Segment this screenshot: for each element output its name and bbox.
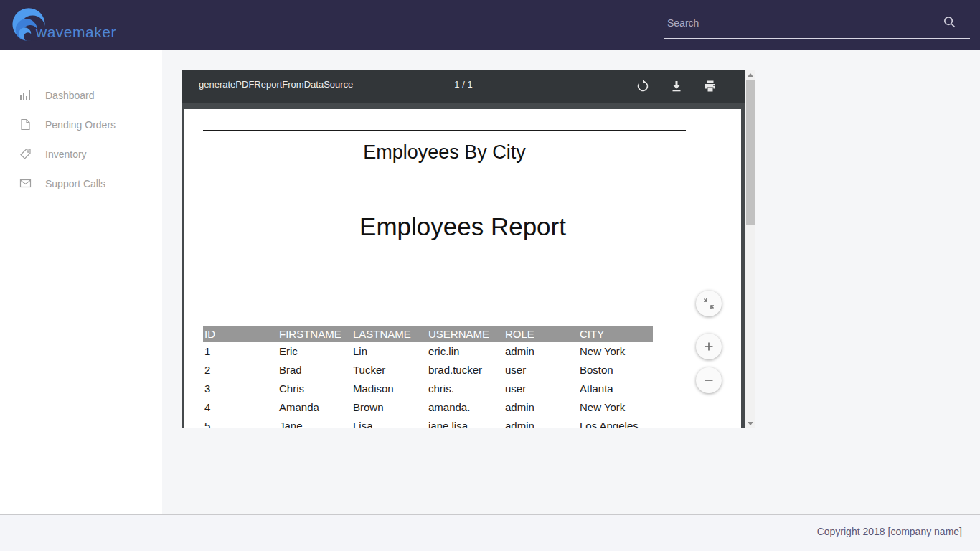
print-icon[interactable] bbox=[704, 80, 717, 93]
table-cell: brad.tucker bbox=[427, 360, 504, 379]
table-cell: 4 bbox=[203, 397, 278, 416]
left-sidebar: Dashboard Pending Orders Inventory Suppo… bbox=[0, 50, 162, 514]
search-field bbox=[664, 7, 970, 39]
report-header-rule: Employees By City bbox=[203, 130, 686, 164]
column-header: CITY bbox=[578, 326, 653, 342]
sidebar-item-label: Inventory bbox=[45, 149, 87, 160]
table-cell: New York bbox=[578, 342, 653, 360]
table-cell: chris. bbox=[427, 379, 504, 397]
sidebar-item-inventory[interactable]: Inventory bbox=[0, 139, 162, 169]
plus-icon bbox=[702, 340, 715, 353]
rotate-icon[interactable] bbox=[636, 80, 649, 93]
copyright-text: Copyright 2018 [company name] bbox=[817, 526, 962, 537]
report-table-body: 1EricLineric.linadminNew York2BradTucker… bbox=[203, 342, 653, 428]
column-header: FIRSTNAME bbox=[278, 326, 352, 342]
table-cell: Amanda bbox=[278, 397, 352, 416]
fit-page-button[interactable] bbox=[696, 291, 722, 316]
pdf-viewer-body: generatePDFReportFromDataSource 1 / 1 bbox=[182, 70, 745, 428]
download-icon[interactable] bbox=[670, 80, 683, 93]
scroll-down-arrow[interactable] bbox=[745, 418, 755, 428]
sidebar-item-label: Pending Orders bbox=[45, 119, 116, 131]
table-cell: amanda. bbox=[427, 397, 504, 416]
table-cell: 5 bbox=[203, 416, 278, 428]
table-cell: 2 bbox=[203, 360, 278, 379]
table-cell: Madison bbox=[352, 379, 427, 397]
pdf-title: generatePDFReportFromDataSource bbox=[199, 79, 353, 90]
bar-chart-icon bbox=[19, 89, 32, 101]
report-table-head-row: IDFIRSTNAMELASTNAMEUSERNAMEROLECITY bbox=[203, 326, 653, 342]
top-navbar: wavemaker bbox=[0, 0, 980, 50]
app-window: wavemaker Dashboard Pending Orders bbox=[0, 0, 980, 551]
table-cell: Eric bbox=[278, 342, 352, 360]
logo-wordmark: wavemaker bbox=[36, 24, 116, 41]
table-cell: Jane bbox=[278, 416, 352, 428]
table-cell: admin bbox=[504, 416, 578, 428]
report-subtitle: Employees By City bbox=[203, 141, 686, 164]
table-row: 2BradTuckerbrad.tuckeruserBoston bbox=[203, 360, 653, 379]
table-cell: admin bbox=[504, 342, 578, 360]
sidebar-item-pending-orders[interactable]: Pending Orders bbox=[0, 110, 162, 139]
table-cell: Brown bbox=[352, 397, 427, 416]
table-row: 3ChrisMadisonchris.userAtlanta bbox=[203, 379, 653, 397]
pdf-viewer: generatePDFReportFromDataSource 1 / 1 bbox=[182, 70, 755, 428]
table-cell: user bbox=[504, 360, 578, 379]
main-content: generatePDFReportFromDataSource 1 / 1 bbox=[162, 50, 980, 514]
pdf-scrollbar bbox=[745, 70, 755, 428]
document-icon bbox=[19, 118, 32, 131]
minus-icon bbox=[702, 374, 715, 387]
envelope-icon bbox=[19, 177, 32, 189]
column-header: USERNAME bbox=[427, 326, 504, 342]
zoom-out-button[interactable] bbox=[696, 367, 722, 393]
column-header: ROLE bbox=[504, 326, 578, 342]
column-header: ID bbox=[203, 326, 278, 342]
scroll-up-arrow[interactable] bbox=[745, 70, 755, 80]
scrollbar-thumb[interactable] bbox=[746, 80, 755, 225]
tag-icon bbox=[19, 148, 32, 160]
table-cell: Lisa bbox=[352, 416, 427, 428]
table-cell: jane.lisa bbox=[427, 416, 504, 428]
table-cell: New York bbox=[578, 397, 653, 416]
table-cell: admin bbox=[504, 397, 578, 416]
table-cell: Los Angeles bbox=[578, 416, 653, 428]
search-icon[interactable] bbox=[943, 15, 956, 29]
table-cell: Lin bbox=[352, 342, 427, 360]
pdf-toolbar: generatePDFReportFromDataSource 1 / 1 bbox=[182, 70, 745, 103]
zoom-in-button[interactable] bbox=[696, 334, 722, 359]
table-cell: 1 bbox=[203, 342, 278, 360]
table-row: 1EricLineric.linadminNew York bbox=[203, 342, 653, 360]
pdf-canvas: Employees By City Employees Report IDFIR… bbox=[182, 103, 745, 428]
report-title: Employees Report bbox=[184, 212, 741, 241]
sidebar-item-dashboard[interactable]: Dashboard bbox=[0, 80, 162, 110]
table-row: 4AmandaBrownamanda.adminNew York bbox=[203, 397, 653, 416]
table-cell: Tucker bbox=[352, 360, 427, 379]
report-table: IDFIRSTNAMELASTNAMEUSERNAMEROLECITY 1Eri… bbox=[203, 326, 653, 428]
page-indicator: 1 / 1 bbox=[454, 79, 472, 90]
pdf-page: Employees By City Employees Report IDFIR… bbox=[184, 109, 741, 428]
search-input[interactable] bbox=[667, 13, 933, 33]
sidebar-item-support-calls[interactable]: Support Calls bbox=[0, 169, 162, 198]
column-header: LASTNAME bbox=[352, 326, 427, 342]
table-cell: Boston bbox=[578, 360, 653, 379]
table-cell: Atlanta bbox=[578, 379, 653, 397]
footer: Copyright 2018 [company name] bbox=[0, 514, 980, 551]
pdf-toolbar-actions bbox=[636, 70, 717, 103]
table-row: 5JaneLisajane.lisaadminLos Angeles bbox=[203, 416, 653, 428]
sidebar-item-label: Dashboard bbox=[45, 90, 95, 101]
table-cell: user bbox=[504, 379, 578, 397]
sidebar-item-label: Support Calls bbox=[45, 178, 105, 189]
table-cell: Chris bbox=[278, 379, 352, 397]
table-cell: Brad bbox=[278, 360, 352, 379]
table-cell: 3 bbox=[203, 379, 278, 397]
fit-page-icon bbox=[702, 297, 715, 310]
table-cell: eric.lin bbox=[427, 342, 504, 360]
